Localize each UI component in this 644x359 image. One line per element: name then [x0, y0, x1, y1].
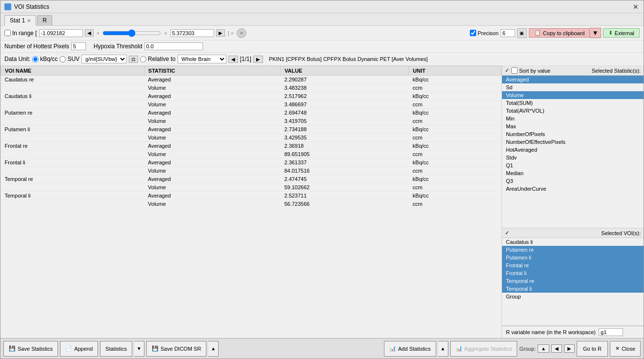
statistics-item-median[interactable]: Median	[502, 169, 644, 177]
statistics-item-min[interactable]: Min	[502, 115, 644, 122]
voi-item-group[interactable]: Group	[502, 293, 644, 300]
range-max-input[interactable]: 5.372303	[170, 29, 214, 37]
in-range-checkbox-label[interactable]: In range [	[4, 30, 37, 37]
precision-checkbox[interactable]	[470, 30, 476, 36]
voi-item-temporal_li[interactable]: Temporal li	[502, 285, 644, 293]
kbq-radio[interactable]	[32, 56, 39, 62]
data-unit-label: Data Unit:	[4, 56, 30, 62]
r-variable-input[interactable]: g1	[599, 328, 623, 336]
voi-item-putamen_re[interactable]: Putamen re	[502, 246, 644, 254]
table-cell-value: 84.017516	[281, 167, 409, 175]
r-variable-label: R variable name (in the R workspace)	[506, 329, 596, 335]
window-close-button[interactable]: ✕	[632, 3, 640, 11]
next-page-btn[interactable]: ▶	[253, 56, 263, 63]
relative-radio[interactable]	[140, 56, 146, 62]
statistics-item-total_sum[interactable]: Total(SUM)	[502, 99, 644, 107]
in-range-checkbox[interactable]	[4, 30, 11, 36]
statistics-item-q1[interactable]: Q1	[502, 161, 644, 169]
statistics-item-number_of_pixels[interactable]: NumberOfPixels	[502, 130, 644, 138]
statistics-item-stdv[interactable]: Stdv	[502, 154, 644, 161]
suv-radio-label[interactable]: SUV	[60, 56, 80, 62]
table-cell-unit: kBq/cc	[409, 76, 502, 84]
selected-statistics-label: Selected Statistic(s):	[592, 68, 641, 74]
table-row: Putamen reAveraged2.694748kBq/cc	[1, 109, 502, 117]
unit-nav-btn[interactable]: ⚖	[129, 56, 138, 63]
hypoxia-input[interactable]: 0.0	[144, 42, 203, 50]
range-slider[interactable]	[102, 29, 161, 37]
sort-by-value-checkbox[interactable]	[511, 67, 518, 74]
external-icon: ⬇	[608, 30, 613, 36]
voi-item-frontal_re[interactable]: Frontal re	[502, 261, 644, 269]
table-row: Frontal liAveraged2.361337kBq/cc	[1, 159, 502, 167]
statistics-item-volume[interactable]: Volume	[502, 91, 644, 99]
relative-radio-label[interactable]: Relative to	[140, 56, 176, 62]
statistics-button[interactable]: Statistics	[100, 341, 132, 357]
statistics-collapse-btn[interactable]: ✓	[505, 67, 509, 74]
range-reset-btn[interactable]: ○	[237, 28, 246, 38]
group-next-btn[interactable]: ▶	[564, 344, 575, 353]
group-prev-btn[interactable]: ▲	[538, 344, 549, 353]
range-max-arrow[interactable]: ▶	[216, 29, 225, 37]
copy-clipboard-dropdown[interactable]: ▼	[590, 28, 601, 38]
statistics-item-max[interactable]: Max	[502, 122, 644, 130]
table-cell-unit: kBq/cc	[409, 109, 502, 117]
save-dicom-button[interactable]: 💾 Save DICOM SR	[146, 341, 206, 357]
voi-panel: ✓ Selected VOI(s): Caudatus liPutamen re…	[502, 228, 644, 326]
sort-by-value-label[interactable]: Sort by value	[511, 67, 550, 74]
table-cell-name	[1, 84, 144, 92]
unit-dropdown[interactable]: g/ml{SUVbw}	[81, 55, 127, 63]
close-button[interactable]: ✕ Close	[610, 341, 641, 357]
table-row: Volume3.486697ccm	[1, 100, 502, 109]
goto-r-button[interactable]: Go to R	[577, 341, 608, 357]
append-button[interactable]: 📄 Append	[60, 341, 98, 357]
table-cell-stat: Volume	[144, 100, 280, 109]
hottest-pixels-label: Number of Hottest Pixels	[4, 43, 69, 50]
precision-check-btn[interactable]: ▣	[517, 28, 527, 38]
whole-brain-dropdown[interactable]: Whole Brain	[178, 55, 226, 63]
range-min-arrow[interactable]: ◀	[85, 29, 94, 37]
voi-item-temporal_re[interactable]: Temporal re	[502, 277, 644, 285]
voi-item-putamen_li[interactable]: Putamen li	[502, 254, 644, 261]
table-cell-unit: kBq/cc	[409, 92, 502, 100]
external-button[interactable]: ⬇ External	[603, 28, 640, 38]
table-row: Temporal liAveraged2.523711kBq/cc	[1, 192, 502, 200]
precision-input[interactable]: 6	[501, 29, 515, 37]
kbq-radio-label[interactable]: kBq/cc	[32, 56, 58, 62]
statistics-item-sd[interactable]: Sd	[502, 83, 644, 91]
voi-collapse-btn[interactable]: ✓	[505, 230, 509, 236]
voi-panel-header: ✓ Selected VOI(s):	[502, 228, 644, 238]
prev-page-btn[interactable]: ◀	[228, 56, 238, 63]
statistics-item-hot_averaged[interactable]: HotAveraged	[502, 146, 644, 154]
statistics-item-total_avr[interactable]: Total(AVR*VOL)	[502, 107, 644, 115]
voi-item-caudatus_li[interactable]: Caudatus li	[502, 238, 644, 246]
statistics-item-averaged[interactable]: Averaged	[502, 76, 644, 83]
add-statistics-dropdown[interactable]: ▲	[438, 341, 448, 357]
save-dicom-dropdown[interactable]: ▲	[208, 341, 219, 357]
statistics-dropdown[interactable]: ▼	[134, 341, 144, 357]
tab-stat1[interactable]: Stat 1 ✕	[4, 15, 36, 26]
statistics-item-area_under_curve[interactable]: AreaUnderCurve	[502, 185, 644, 193]
range-min-input[interactable]: -1.092182	[39, 29, 83, 37]
add-statistics-button[interactable]: 📊 Add Statistics	[384, 341, 436, 357]
table-row: Caudatus liAveraged2.517962kBq/cc	[1, 92, 502, 100]
copy-clipboard-button[interactable]: 📋 Copy to clipboard	[529, 28, 590, 38]
hottest-pixels-input[interactable]: 5	[71, 42, 86, 50]
tab-stat1-close[interactable]: ✕	[27, 18, 31, 23]
suv-radio[interactable]	[60, 56, 66, 62]
table-row: Caudatus reAveraged2.290287kBq/cc	[1, 76, 502, 84]
dataset-label: PKIN1 [CPFPX Bolus] CPFPX Bolus Dynamic …	[269, 56, 427, 62]
table-cell-unit: kBq/cc	[409, 192, 502, 200]
statistics-btn-label: Statistics	[105, 346, 127, 352]
tab-r[interactable]: R	[37, 15, 52, 25]
aggregate-icon: 📊	[456, 345, 463, 352]
group-prev2-btn[interactable]: ◀	[551, 344, 562, 353]
table-cell-stat: Averaged	[144, 76, 280, 84]
save-statistics-button[interactable]: 💾 Save Statistics	[3, 341, 58, 357]
col-header-voi-name: VOI NAME	[1, 66, 144, 76]
voi-item-frontal_li[interactable]: Frontal li	[502, 269, 644, 277]
aggregate-statistics-button[interactable]: 📊 Aggregate Statistics	[450, 341, 518, 357]
dicom-icon: 💾	[152, 345, 159, 352]
col-header-unit: UNIT	[409, 66, 502, 76]
statistics-item-q3[interactable]: Q3	[502, 177, 644, 185]
statistics-item-number_effective[interactable]: NumberOfEffectivePixels	[502, 138, 644, 146]
